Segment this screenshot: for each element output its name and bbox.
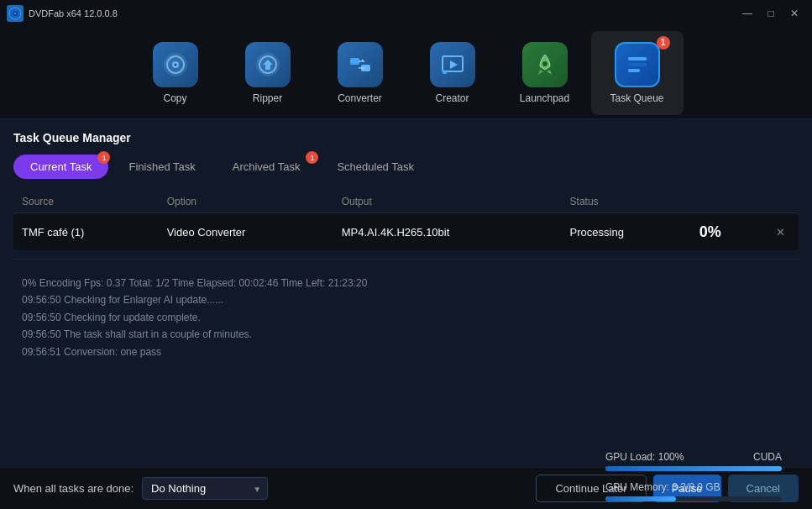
log-line-3: 09:56:50 The task shall start in a coupl… bbox=[22, 326, 790, 343]
log-line-0: 0% Encoding Fps: 0.37 Total: 1/2 Time El… bbox=[22, 275, 790, 291]
when-done-label: When all tasks are done: bbox=[13, 482, 134, 495]
task-progress: 0% bbox=[691, 213, 762, 251]
svg-point-2 bbox=[14, 13, 16, 14]
gpu-memory-bar-bg bbox=[605, 496, 782, 501]
gpu-memory-bar bbox=[605, 496, 676, 501]
title-bar-left: DVDFab x64 12.0.0.8 bbox=[7, 5, 118, 22]
title-bar: DVDFab x64 12.0.0.8 ― □ ✕ bbox=[0, 0, 812, 27]
task-section: Source Option Output Status TMF café (1)… bbox=[13, 191, 799, 367]
nav-item-launchpad[interactable]: Launchpad bbox=[499, 31, 591, 115]
col-progress bbox=[691, 191, 762, 213]
svg-rect-15 bbox=[628, 57, 647, 60]
tab-scheduled[interactable]: Scheduled Task bbox=[320, 155, 431, 179]
log-line-1: 09:56:50 Checking for Enlarger AI update… bbox=[22, 291, 790, 308]
copy-icon bbox=[153, 42, 198, 87]
taskqueue-label: Task Queue bbox=[610, 92, 663, 104]
gpu-memory-row: GPU Memory: 3.2/8.0 GB bbox=[605, 481, 782, 493]
converter-icon bbox=[338, 42, 383, 87]
nav-bar: Copy Ripper Converter bbox=[0, 27, 812, 119]
log-line-4: 09:56:51 Conversion: one pass bbox=[22, 344, 790, 360]
col-status: Status bbox=[562, 191, 691, 213]
col-source: Source bbox=[13, 191, 159, 213]
gpu-load-label: GPU Load: 100% bbox=[605, 451, 684, 463]
do-nothing-dropdown[interactable]: Do Nothing Shutdown Hibernate Sleep Rest… bbox=[142, 477, 268, 500]
task-status: Processing bbox=[562, 213, 691, 251]
do-nothing-dropdown-wrapper: Do Nothing Shutdown Hibernate Sleep Rest… bbox=[142, 477, 268, 500]
main-content: Task Queue Manager Current Task 1 Finish… bbox=[0, 119, 812, 467]
taskqueue-icon bbox=[615, 42, 660, 87]
app-title: DVDFab x64 12.0.0.8 bbox=[29, 8, 118, 18]
gpu-memory-label: GPU Memory: 3.2/8.0 GB bbox=[605, 481, 720, 493]
nav-item-creator[interactable]: Creator bbox=[406, 31, 499, 115]
svg-rect-9 bbox=[350, 58, 359, 65]
close-button[interactable]: ✕ bbox=[783, 5, 805, 22]
bottom-left: When all tasks are done: Do Nothing Shut… bbox=[13, 477, 268, 500]
ripper-icon bbox=[245, 42, 291, 87]
tab-archived[interactable]: Archived Task 1 bbox=[216, 155, 317, 179]
tab-finished[interactable]: Finished Task bbox=[112, 155, 212, 179]
log-area: 0% Encoding Fps: 0.37 Total: 1/2 Time El… bbox=[13, 268, 799, 367]
task-source: TMF café (1) bbox=[13, 213, 159, 251]
task-close-button[interactable]: ✕ bbox=[770, 222, 790, 242]
minimize-button[interactable]: ― bbox=[736, 5, 758, 22]
task-output: MP4.AI.4K.H265.10bit bbox=[333, 213, 562, 251]
col-output: Output bbox=[333, 191, 562, 213]
task-close-cell: ✕ bbox=[762, 213, 799, 251]
converter-label: Converter bbox=[338, 92, 382, 104]
gpu-load-bar-bg bbox=[605, 466, 782, 471]
col-option: Option bbox=[159, 191, 333, 213]
copy-label: Copy bbox=[163, 92, 186, 104]
col-action bbox=[762, 191, 799, 213]
tab-current[interactable]: Current Task 1 bbox=[13, 155, 108, 179]
log-line-2: 09:56:50 Checking for update complete. bbox=[22, 309, 790, 326]
gpu-panel: GPU Load: 100% CUDA GPU Memory: 3.2/8.0 … bbox=[605, 451, 782, 509]
window-controls: ― □ ✕ bbox=[736, 5, 805, 22]
gpu-load-row: GPU Load: 100% CUDA bbox=[605, 451, 782, 463]
taskqueue-badge: 1 bbox=[657, 36, 670, 50]
svg-rect-17 bbox=[628, 69, 640, 72]
creator-label: Creator bbox=[435, 92, 469, 104]
gpu-load-value: CUDA bbox=[753, 451, 782, 463]
maximize-button[interactable]: □ bbox=[760, 5, 782, 22]
log-divider bbox=[13, 259, 799, 260]
nav-item-copy[interactable]: Copy bbox=[129, 31, 222, 115]
app-logo bbox=[7, 5, 24, 22]
gpu-load-bar bbox=[605, 466, 782, 471]
progress-percent: 0% bbox=[699, 223, 753, 241]
archived-tab-badge: 1 bbox=[306, 151, 318, 164]
svg-rect-13 bbox=[443, 71, 447, 74]
tab-bar: Current Task 1 Finished Task Archived Ta… bbox=[13, 155, 799, 179]
ripper-label: Ripper bbox=[253, 92, 282, 104]
nav-item-converter[interactable]: Converter bbox=[314, 31, 406, 115]
nav-item-taskqueue[interactable]: 1 Task Queue bbox=[591, 31, 684, 115]
current-tab-badge: 1 bbox=[97, 151, 110, 164]
task-option: Video Converter bbox=[159, 213, 333, 251]
table-row: TMF café (1) Video Converter MP4.AI.4K.H… bbox=[13, 213, 799, 251]
svg-marker-12 bbox=[450, 60, 458, 69]
nav-item-ripper[interactable]: Ripper bbox=[222, 31, 314, 115]
task-table: Source Option Output Status TMF café (1)… bbox=[13, 191, 799, 250]
launchpad-label: Launchpad bbox=[520, 92, 569, 104]
section-title: Task Queue Manager bbox=[13, 131, 799, 144]
launchpad-icon bbox=[522, 42, 568, 87]
creator-icon bbox=[430, 42, 475, 87]
svg-point-14 bbox=[542, 61, 547, 66]
svg-point-6 bbox=[174, 63, 176, 66]
svg-rect-16 bbox=[628, 63, 647, 66]
